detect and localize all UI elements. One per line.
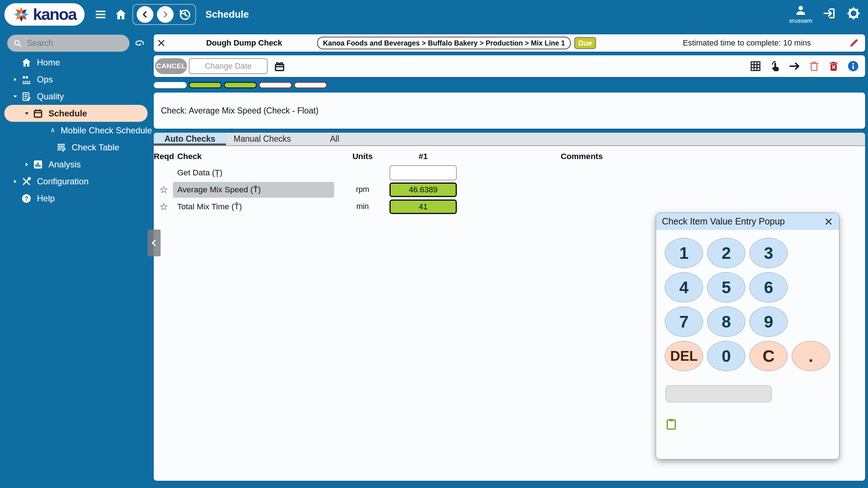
value-cell: 41 xyxy=(374,200,472,214)
loop-icon[interactable] xyxy=(134,38,145,49)
logout-icon[interactable] xyxy=(822,7,836,20)
keypad-key-1[interactable]: 1 xyxy=(665,238,703,268)
keypad-key-9[interactable]: 9 xyxy=(749,307,788,337)
keypad-key-2[interactable]: 2 xyxy=(707,238,745,268)
search-row xyxy=(7,35,147,52)
progress-pill-current[interactable] xyxy=(154,82,187,88)
progress-pill-pass[interactable] xyxy=(224,82,257,88)
page-title: Schedule xyxy=(205,9,249,20)
toolbar-actions xyxy=(749,60,859,72)
topbar-right: srussem xyxy=(789,4,861,25)
sidebar-collapse-handle[interactable] xyxy=(148,230,161,256)
help-icon: ? xyxy=(21,193,32,204)
quality-icon xyxy=(21,91,32,102)
sidebar-item-configuration[interactable]: Configuration xyxy=(0,173,152,190)
expander-caret xyxy=(9,196,21,201)
gift-icon[interactable] xyxy=(273,60,286,73)
expander-caret[interactable] xyxy=(21,111,33,116)
sidebar-item-quality[interactable]: Quality xyxy=(0,88,152,105)
sidebar-item-label: Mobile Check Schedule xyxy=(61,125,152,136)
check-description: Check: Average Mix Speed (Check - Float) xyxy=(161,106,318,116)
delete-icon[interactable] xyxy=(808,60,820,72)
sidebar-item-mobile-check-schedule[interactable]: Mobile Check Schedule xyxy=(0,122,152,139)
value-input[interactable] xyxy=(390,165,457,180)
progress-pill-fail[interactable] xyxy=(294,82,327,88)
expander-caret[interactable] xyxy=(9,77,21,82)
keypad-key-dot[interactable]: . xyxy=(792,341,830,371)
back-icon xyxy=(140,10,150,19)
value-entry-input[interactable] xyxy=(665,385,772,402)
mobile-check-schedule-icon xyxy=(50,125,55,136)
forward-button[interactable] xyxy=(157,6,174,23)
keypad-key-8[interactable]: 8 xyxy=(707,307,745,337)
clipboard-paste-icon[interactable] xyxy=(665,418,678,431)
brand-name: kanoa xyxy=(33,5,76,24)
expander-caret[interactable] xyxy=(9,179,21,184)
search-box[interactable] xyxy=(7,35,129,52)
keypad-key-7[interactable]: 7 xyxy=(665,307,703,337)
delete-all-icon[interactable] xyxy=(827,60,840,72)
expander-caret[interactable] xyxy=(21,162,33,167)
change-date-button[interactable]: Change Date xyxy=(189,58,268,74)
keypad-key-c[interactable]: C xyxy=(749,341,788,371)
search-input[interactable] xyxy=(27,38,114,48)
back-button[interactable] xyxy=(137,6,153,23)
cancel-button[interactable]: CANCEL xyxy=(155,58,187,74)
progress-pill-fail[interactable] xyxy=(259,82,292,88)
check-name-cell[interactable]: Average Mix Speed (Ť) xyxy=(174,183,333,197)
tab-all[interactable]: All xyxy=(298,133,371,145)
history-icon[interactable] xyxy=(177,7,192,22)
info-icon[interactable] xyxy=(847,60,859,72)
chevron-left-icon xyxy=(149,238,159,248)
header-units: Units xyxy=(351,152,374,161)
edit-pencil-icon[interactable] xyxy=(848,38,859,48)
kanoa-pinwheel-icon xyxy=(13,6,30,23)
sidebar-item-check-table[interactable]: Check Table xyxy=(0,139,152,156)
header-sample-1: #1 xyxy=(374,152,472,161)
sidebar-item-ops[interactable]: Ops xyxy=(0,71,152,88)
sidebar-item-label: Quality xyxy=(37,91,64,102)
keypad-key-6[interactable]: 6 xyxy=(749,272,788,303)
tab-auto-checks[interactable]: Auto Checks xyxy=(154,133,226,145)
close-icon[interactable] xyxy=(157,38,166,48)
username: srussem xyxy=(789,17,812,25)
keypad-key-5[interactable]: 5 xyxy=(707,272,745,303)
required-star[interactable]: ☆ xyxy=(154,201,174,213)
popup-header[interactable]: Check Item Value Entry Popup xyxy=(656,213,839,230)
user-menu[interactable]: srussem xyxy=(789,4,812,25)
touch-mode-icon[interactable] xyxy=(769,60,781,72)
value-button[interactable]: 41 xyxy=(390,200,457,214)
tab-manual-checks[interactable]: Manual Checks xyxy=(226,133,298,145)
kanoa-logo[interactable]: kanoa xyxy=(4,3,85,26)
check-name-cell[interactable]: Total Mix Time (Ť) xyxy=(174,200,333,214)
grid-view-icon[interactable] xyxy=(749,60,762,72)
hamburger-menu-icon[interactable] xyxy=(94,8,107,21)
caret-right-icon xyxy=(12,179,18,184)
ops-icon xyxy=(21,74,32,85)
expander-caret[interactable] xyxy=(9,94,21,99)
next-icon[interactable] xyxy=(788,60,801,72)
breadcrumb[interactable]: Kanoa Foods and Beverages > Buffalo Bake… xyxy=(317,37,571,50)
sidebar-item-label: Configuration xyxy=(37,176,89,187)
expander-caret xyxy=(9,60,21,65)
progress-pill-pass[interactable] xyxy=(189,82,222,88)
required-star[interactable]: ☆ xyxy=(154,184,174,196)
caret-down-icon xyxy=(12,94,18,99)
sidebar-item-schedule[interactable]: Schedule xyxy=(0,105,152,122)
table-body: Get Data (Ţ)☆Average Mix Speed (Ť)rpm46.… xyxy=(154,164,865,215)
sidebar-item-label: Ops xyxy=(37,74,53,85)
keypad-key-4[interactable]: 4 xyxy=(665,272,703,303)
expander-caret xyxy=(44,128,50,133)
home-icon[interactable] xyxy=(114,8,127,21)
check-name-cell[interactable]: Get Data (Ţ) xyxy=(174,166,333,180)
sidebar-item-analysis[interactable]: Analysis xyxy=(0,156,152,173)
sidebar-item-home[interactable]: Home xyxy=(0,54,152,71)
gear-icon[interactable] xyxy=(846,6,861,21)
sidebar-item-help[interactable]: ?Help xyxy=(0,190,152,207)
value-button[interactable]: 46.6389 xyxy=(390,183,457,197)
keypad-key-0[interactable]: 0 xyxy=(707,341,745,371)
check-name: Dough Dump Check xyxy=(190,38,298,48)
keypad-key-3[interactable]: 3 xyxy=(749,238,788,268)
keypad-key-del[interactable]: DEL xyxy=(665,341,703,371)
popup-close-icon[interactable] xyxy=(824,217,833,226)
